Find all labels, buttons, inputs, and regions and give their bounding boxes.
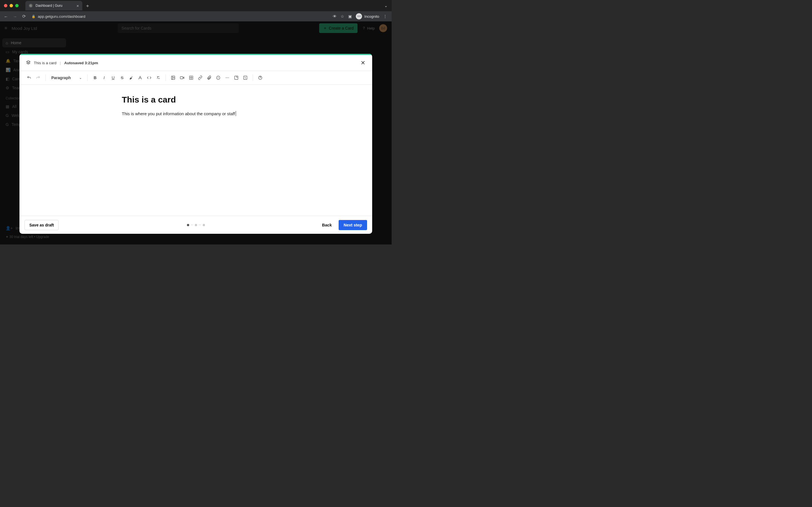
divider-button[interactable] xyxy=(223,74,231,82)
block-button[interactable] xyxy=(241,74,249,82)
incognito-icon: 👓 xyxy=(356,13,362,19)
editor-canvas[interactable]: This is a card This is where you put inf… xyxy=(19,85,372,216)
step-3-dot xyxy=(203,224,205,226)
underline-button[interactable]: U xyxy=(109,74,117,82)
clear-formatting-button[interactable] xyxy=(154,74,162,82)
tab-favicon-icon: G xyxy=(29,4,33,8)
attachment-button[interactable] xyxy=(205,74,213,82)
image-button[interactable] xyxy=(169,74,177,82)
editor-toolbar: Paragraph ⌄ B I U S xyxy=(19,71,372,85)
tab-title: Dashboard | Guru xyxy=(36,4,62,8)
nav-reload-button[interactable]: ⟳ xyxy=(21,14,27,19)
card-title[interactable]: This is a card xyxy=(122,95,308,105)
table-button[interactable] xyxy=(187,74,195,82)
bold-button[interactable]: B xyxy=(91,74,99,82)
browser-titlebar: G Dashboard | Guru × ＋ ⌄ xyxy=(0,0,392,11)
italic-button[interactable]: I xyxy=(100,74,108,82)
incognito-indicator[interactable]: 👓 Incognito xyxy=(356,13,379,19)
background-color-button[interactable] xyxy=(127,74,135,82)
text-color-button[interactable] xyxy=(136,74,144,82)
link-button[interactable] xyxy=(196,74,204,82)
svg-point-1 xyxy=(172,77,173,78)
breadcrumb-card-title: This is a card xyxy=(34,61,56,65)
maximize-window-icon[interactable] xyxy=(15,4,18,7)
tabstrip-chevron-icon[interactable]: ⌄ xyxy=(384,3,388,8)
url-text: app.getguru.com/dashboard xyxy=(38,14,86,18)
stack-icon xyxy=(26,60,31,65)
back-button[interactable]: Back xyxy=(318,220,336,230)
chevron-down-icon: ⌄ xyxy=(79,76,82,80)
modal-header: This is a card | Autosaved 3:21pm ✕ xyxy=(19,55,372,71)
app-root: ≡ Mood Joy Ltd Search for Cards ＋ Create… xyxy=(0,21,392,244)
separator: | xyxy=(60,61,61,65)
browser-tab[interactable]: G Dashboard | Guru × xyxy=(26,1,82,10)
bookmark-icon[interactable]: ☆ xyxy=(341,14,344,18)
step-2-dot xyxy=(195,224,197,226)
step-indicator xyxy=(187,224,205,226)
video-button[interactable] xyxy=(178,74,186,82)
redo-button[interactable] xyxy=(34,74,42,82)
step-1-dot xyxy=(187,224,189,226)
iframe-button[interactable] xyxy=(232,74,240,82)
code-button[interactable] xyxy=(145,74,153,82)
strikethrough-button[interactable]: S xyxy=(118,74,126,82)
help-button[interactable] xyxy=(256,74,264,82)
style-select-label: Paragraph xyxy=(51,75,71,80)
nav-forward-button: → xyxy=(12,14,18,19)
undo-button[interactable] xyxy=(25,74,33,82)
incognito-label: Incognito xyxy=(364,14,379,18)
lock-icon: 🔒 xyxy=(32,15,36,18)
autosaved-status: Autosaved 3:21pm xyxy=(64,61,98,65)
urlbar-right-icons: 👁 ☆ ▣ 👓 Incognito ⋮ xyxy=(333,13,387,19)
card-editor-modal: This is a card | Autosaved 3:21pm ✕ Para… xyxy=(19,54,372,234)
svg-rect-5 xyxy=(235,76,238,79)
close-tab-icon[interactable]: × xyxy=(77,3,79,8)
nav-back-button[interactable]: ← xyxy=(3,14,9,19)
close-modal-button[interactable]: ✕ xyxy=(361,59,365,66)
window-controls xyxy=(4,4,18,7)
modal-footer: Save as draft Back Next step xyxy=(19,216,372,234)
tracking-icon[interactable]: 👁 xyxy=(333,14,337,18)
address-bar[interactable]: 🔒 app.getguru.com/dashboard xyxy=(32,14,330,18)
browser-urlbar: ← → ⟳ 🔒 app.getguru.com/dashboard 👁 ☆ ▣ … xyxy=(0,11,392,21)
document: This is a card This is where you put inf… xyxy=(122,95,308,117)
minimize-window-icon[interactable] xyxy=(10,4,13,7)
kebab-menu-icon[interactable]: ⋮ xyxy=(383,14,387,18)
text-cursor xyxy=(236,111,236,116)
paragraph-style-select[interactable]: Paragraph ⌄ xyxy=(49,75,84,80)
extensions-icon[interactable]: ▣ xyxy=(348,14,352,18)
save-as-draft-button[interactable]: Save as draft xyxy=(24,220,59,230)
close-window-icon[interactable] xyxy=(4,4,7,7)
card-body[interactable]: This is where you put information about … xyxy=(122,111,308,117)
guru-card-button[interactable] xyxy=(214,74,222,82)
next-step-button[interactable]: Next step xyxy=(339,220,367,230)
svg-rect-2 xyxy=(181,76,183,79)
new-tab-button[interactable]: ＋ xyxy=(85,3,90,9)
